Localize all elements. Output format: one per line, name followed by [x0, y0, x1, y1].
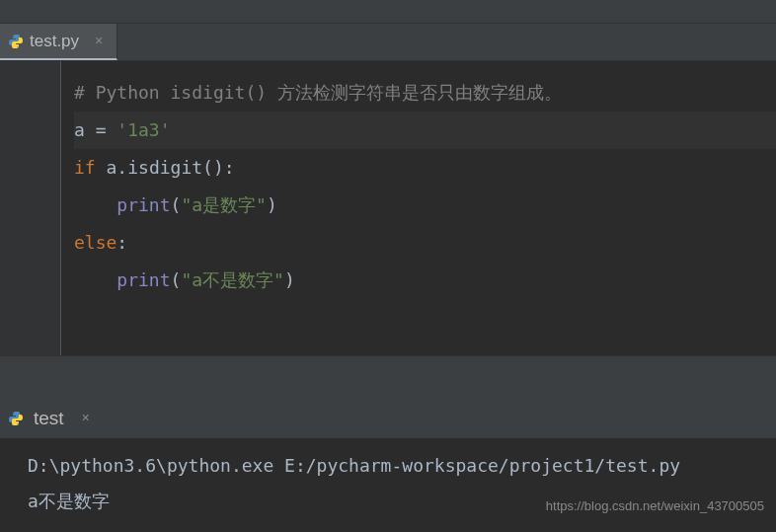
editor-tabs-bar: test.py × — [0, 24, 776, 61]
python-run-icon — [8, 411, 24, 426]
code-line: if a.isdigit(): — [74, 149, 776, 187]
run-config-label: test — [34, 408, 64, 429]
console-output[interactable]: D:\python3.6\python.exe E:/pycharm-works… — [0, 438, 776, 532]
top-toolbar — [0, 0, 776, 24]
run-panel-header: test × — [0, 399, 776, 438]
code-line: # Python isdigit() 方法检测字符串是否只由数字组成。 — [74, 74, 776, 112]
watermark-text: https://blog.csdn.net/weixin_43700505 — [546, 489, 764, 524]
console-line: D:\python3.6\python.exe E:/pycharm-works… — [28, 448, 776, 484]
editor-gutter — [0, 61, 61, 355]
editor-status-area — [0, 355, 776, 399]
code-line: print("a是数字") — [74, 187, 776, 224]
code-content[interactable]: # Python isdigit() 方法检测字符串是否只由数字组成。 a = … — [61, 61, 776, 355]
close-icon[interactable]: × — [78, 411, 94, 426]
close-icon[interactable]: × — [91, 34, 107, 49]
code-line: a = '1a3' — [74, 112, 776, 149]
run-tab[interactable]: test × — [4, 399, 104, 438]
code-line: else: — [74, 224, 776, 262]
python-file-icon — [8, 34, 24, 49]
tab-label: test.py — [30, 32, 79, 51]
code-line: print("a不是数字") — [74, 262, 776, 299]
code-editor[interactable]: # Python isdigit() 方法检测字符串是否只由数字组成。 a = … — [0, 61, 776, 355]
file-tab[interactable]: test.py × — [0, 24, 117, 60]
